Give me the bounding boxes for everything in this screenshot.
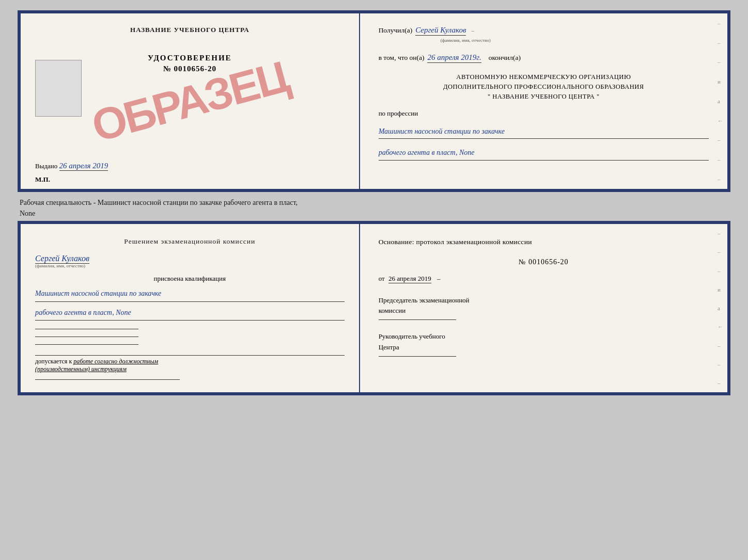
mp-line: М.П. [35,175,50,184]
protocol-number: № 0010656-20 [379,258,709,266]
bottom-name-block: Сергей Кулаков (фамилия, имя, отчество) [35,254,345,268]
vtom-label: в том, что он(а) [379,54,425,62]
pro-text1: Машинист насосной станции по закачке [379,125,709,139]
vydano-date: 26 апреля 2019 [59,162,108,171]
qual-text2: рабочего агента в пласт, None [35,306,345,321]
osnov-label: Основание: протокол экзаменационной коми… [379,238,532,246]
pris-label: присвоена квалификация [35,275,345,283]
ot-line: от 26 апреля 2019 – [379,275,709,283]
sign-line-3 [35,344,138,345]
poluchil-row: Получил(а) Сергей Кулаков – [379,26,709,36]
vydano-label: Выдано [35,162,57,170]
poluchil-name: Сергей Кулаков [415,26,466,36]
cert-bottom-right: Основание: протокол экзаменационной коми… [360,224,727,392]
ot-date: 26 апреля 2019 [388,275,431,283]
rukov-label: Руководитель учебного [379,331,709,342]
rukov-block: Руководитель учебного Центра [379,331,709,357]
dop-text: допускается к [35,358,72,365]
okoncil-label: окончил(а) [489,54,521,62]
name-dash: – [471,27,474,34]
middle-line2: None [20,208,728,219]
vtom-row: в том, что он(а) 26 апреля 2019г. окончи… [379,53,709,63]
pro-label: по профессии [379,109,709,118]
cert-top-right: Получил(а) Сергей Кулаков – (фамилия, им… [360,13,727,189]
certificate-top: НАЗВАНИЕ УЧЕБНОГО ЦЕНТРА ОБРАЗЕЦ УДОСТОВ… [18,10,730,192]
vydano-line: Выдано 26 апреля 2019 [35,162,108,170]
org-block: АВТОНОМНУЮ НЕКОММЕРЧЕСКУЮ ОРГАНИЗАЦИЮ ДО… [379,72,709,101]
bottom-title: Решением экзаменационной комиссии [35,236,345,247]
dop-sign-line [35,379,180,380]
right-dashes: –––иа←––– [718,13,723,189]
bottom-sign-lines [35,329,345,345]
pro-text2: рабочего агента в пласт, None [379,146,709,160]
predsed-label2: комиссии [379,306,709,316]
ot-dash: – [437,275,441,282]
certificate-bottom: Решением экзаменационной комиссии Сергей… [18,221,730,395]
middle-text: Рабочая специальность - Машинист насосно… [18,192,730,221]
top-center-title: НАЗВАНИЕ УЧЕБНОГО ЦЕНТРА [130,26,250,34]
rukov-sign-line [379,356,456,357]
org-line2: ДОПОЛНИТЕЛЬНОГО ПРОФЕССИОНАЛЬНОГО ОБРАЗО… [379,82,709,92]
udostoverenie-title: УДОСТОВЕРЕНИЕ [148,54,232,62]
cert-bottom-left: Решением экзаменационной комиссии Сергей… [21,224,360,392]
dopuskaetsya-block: допускается к работе согласно должностны… [35,355,345,373]
bottom-name: Сергей Кулаков [35,254,89,264]
bottom-name-hint: (фамилия, имя, отчество) [35,263,345,268]
sign-line-1 [35,329,138,329]
poluchil-label: Получил(а) [379,26,413,35]
cert-top-left: НАЗВАНИЕ УЧЕБНОГО ЦЕНТРА ОБРАЗЕЦ УДОСТОВ… [21,13,360,189]
photo-placeholder [35,60,82,117]
predsed-sign-line [379,319,456,320]
osnovaniye-block: Основание: протокол экзаменационной коми… [379,236,709,248]
dop-italic2: (производственным) инструкциям [35,365,127,373]
middle-line1: Рабочая специальность - Машинист насосно… [20,197,728,208]
name-hint: (фамилия, имя, отчество) [441,38,709,43]
sign-line-2 [35,337,138,337]
udostoverenie-number: № 0010656-20 [148,65,232,73]
predsed-block: Председатель экзаменационной комиссии [379,295,709,321]
udostoverenie-block: УДОСТОВЕРЕНИЕ № 0010656-20 [148,54,232,73]
rukov-label2: Центра [379,342,709,353]
predsed-label: Председатель экзаменационной [379,295,709,306]
right-dashes2: –––иа←––– [718,224,723,392]
ot-label: от [379,275,385,282]
org-line1: АВТОНОМНУЮ НЕКОММЕРЧЕСКУЮ ОРГАНИЗАЦИЮ [379,72,709,82]
dop-italic1: работе согласно должностным [73,358,158,365]
qual-text1: Машинист насосной станции по закачке [35,287,345,302]
vtom-date: 26 апреля 2019г. [427,53,481,63]
org-line3: " НАЗВАНИЕ УЧЕБНОГО ЦЕНТРА " [379,92,709,102]
